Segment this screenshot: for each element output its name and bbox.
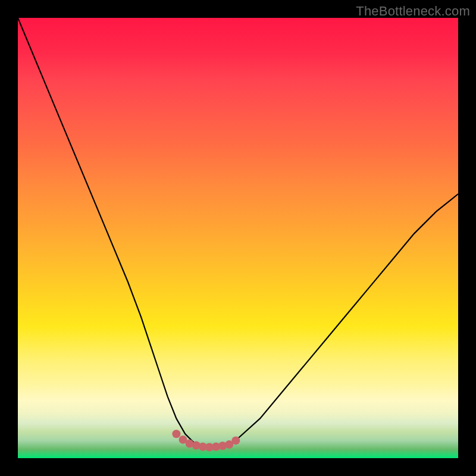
marker-dot [172, 430, 180, 438]
bottleneck-curve [18, 18, 458, 447]
watermark-text: TheBottleneck.com [356, 4, 470, 19]
plot-area [18, 18, 458, 458]
marker-dot [231, 436, 240, 444]
chart-container: TheBottleneck.com [0, 0, 476, 476]
bottleneck-curve-svg [18, 18, 458, 458]
flat-region-markers [172, 430, 240, 451]
